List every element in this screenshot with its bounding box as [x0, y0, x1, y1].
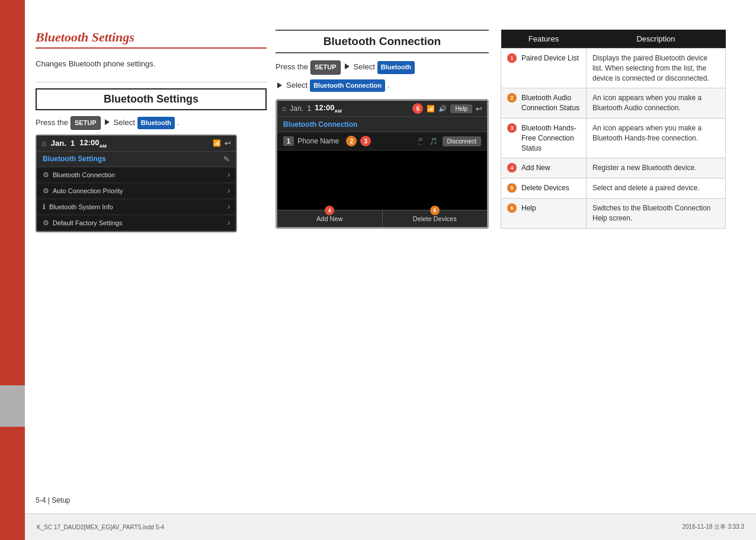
menu-label-2: Auto Connection Priority [53, 187, 123, 194]
conn-bottom-bar: 4 Add New 5 Delete Devices [277, 210, 487, 227]
left-instruction: Press the SETUP Select Bluetooth . [36, 116, 267, 130]
disconnect-button[interactable]: Disconnect [443, 136, 481, 146]
phone-icon-1: 📱 [417, 138, 425, 145]
feature-text-4: Add New [521, 163, 550, 173]
mid-select-text: Select [354, 61, 375, 74]
right-column: Features Description 1 Paired Device Lis… [501, 30, 726, 229]
left-description: Changes Bluetooth phone settings. [36, 58, 267, 70]
footer: 5-4 | Setup [36, 496, 71, 504]
mid-triangle-icon [345, 63, 350, 69]
features-header: Features [501, 30, 587, 49]
table-row-3: 3 Bluetooth Hands-Free Connection Status… [501, 118, 726, 158]
menu-arrow-4: › [228, 219, 230, 227]
mid-press-text: Press the [276, 61, 308, 74]
feature-text-2: Bluetooth Audio Connection Status [521, 93, 580, 113]
menu-arrow-1: › [228, 171, 230, 179]
conn-phone-row: 1 Phone Name 2 3 📱 🎵 Disconnect [277, 132, 487, 151]
feature-content-3: 3 Bluetooth Hands-Free Connection Status [507, 123, 580, 153]
settings-screen: ⌂ Jan. 1 12:00AM 📶 ↩ Bluetooth Settings … [36, 135, 237, 232]
mid-setup-key: SETUP [310, 60, 341, 75]
add-new-label: Add New [316, 215, 343, 222]
screen-title-label: Bluetooth Settings [43, 155, 106, 163]
screen-date: Jan. 1 [51, 139, 75, 148]
menu-item-left-3: ℹ Bluetooth System Info [43, 203, 113, 211]
mid-instruction-1: Press the SETUP Select Bluetooth [276, 60, 489, 75]
screen-icons: 📶 ↩ [213, 139, 231, 148]
num-badge-5: 5 [507, 183, 517, 193]
features-table: Features Description 1 Paired Device Lis… [501, 30, 726, 229]
conn-back-icon: ↩ [476, 104, 482, 113]
badge-3: 3 [360, 136, 371, 146]
phone-icon-2: 🎵 [430, 138, 438, 145]
menu-item-bt-info[interactable]: ℹ Bluetooth System Info › [37, 199, 236, 215]
desc-text-6: Switches to the Bluetooth Connection Hel… [592, 204, 710, 222]
menu-arrow-2: › [228, 187, 230, 195]
screen-title-row: Bluetooth Settings ✎ [37, 152, 236, 167]
mid-select2-text: Select [286, 79, 307, 92]
mid-section-title: Bluetooth Connection [276, 30, 489, 53]
screen-header: ⌂ Jan. 1 12:00AM 📶 ↩ [37, 136, 236, 152]
table-row-6: 6 Help Switches to the Bluetooth Connect… [501, 198, 726, 228]
footer-text: 5-4 | Setup [36, 496, 71, 504]
desc-cell-1: Displays the paired Bluetooth device lis… [587, 49, 726, 88]
feature-content-2: 2 Bluetooth Audio Connection Status [507, 93, 580, 113]
bottom-left-text: K_SC 17_DAUD2[MEX_EG]AV_PART5.indd 5-4 [37, 524, 164, 531]
select-text: Select [114, 117, 135, 129]
mid-btconn-badge: Bluetooth Connection [310, 79, 385, 92]
phone-badge-1: 1 [283, 136, 294, 146]
conn-home-icon: ⌂ [282, 104, 286, 113]
left-section-title: Bluetooth Settings [36, 30, 267, 49]
desc-text-4: Register a new Bluetooth device. [592, 164, 696, 172]
feature-cell-5: 5 Delete Devices [501, 178, 587, 199]
mid-key-arrow [343, 61, 351, 74]
add-new-button[interactable]: 4 Add New [277, 210, 383, 227]
feature-cell-3: 3 Bluetooth Hands-Free Connection Status [501, 118, 587, 158]
triangle-icon [105, 119, 110, 125]
phone-row-right: 📱 🎵 Disconnect [417, 136, 481, 146]
menu-item-auto-conn[interactable]: ⚙ Auto Connection Priority › [37, 183, 236, 199]
key-arrow [103, 117, 111, 129]
feature-cell-1: 1 Paired Device List [501, 49, 587, 88]
num-badge-6: 6 [507, 203, 517, 213]
home-icon: ⌂ [41, 139, 46, 148]
desc-text-1: Displays the paired Bluetooth device lis… [592, 54, 709, 82]
conn-date: Jan. 1 [290, 104, 311, 113]
menu-item-bt-connection[interactable]: ⚙ Bluetooth Connection › [37, 167, 236, 183]
desc-text-2: An icon appears when you make a Bluetoot… [592, 94, 701, 112]
left-sidebar-mid [0, 385, 25, 427]
help-button[interactable]: Help [450, 104, 472, 113]
divider [36, 82, 267, 82]
desc-cell-5: Select and delete a paired device. [587, 178, 726, 199]
mid-triangle-2 [277, 82, 282, 88]
press-text: Press the [36, 117, 68, 129]
left-column: Bluetooth Settings Changes Bluetooth pho… [36, 30, 267, 232]
mid-instruction-2: Select Bluetooth Connection . [276, 79, 489, 92]
menu-label-4: Default Factory Settings [53, 219, 122, 226]
feature-cell-2: 2 Bluetooth Audio Connection Status [501, 88, 587, 119]
add-new-badge: 4 [325, 206, 334, 215]
back-icon: ↩ [225, 139, 231, 148]
signal-icon: 📶 [213, 139, 221, 147]
feature-content-5: 5 Delete Devices [507, 183, 580, 193]
conn-title-row: Bluetooth Connection [277, 117, 487, 132]
menu-arrow-3: › [228, 203, 230, 211]
menu-icon-1: ⚙ [43, 171, 49, 179]
delete-devices-button[interactable]: 5 Delete Devices [383, 210, 488, 227]
phone-name-label: Phone Name [297, 137, 339, 145]
mid-period: . [387, 79, 390, 92]
menu-icon-2: ⚙ [43, 187, 49, 195]
menu-label-1: Bluetooth Connection [53, 171, 115, 178]
desc-text-3: An icon appears when you make a Bluetoot… [592, 124, 701, 142]
menu-icon-3: ℹ [43, 203, 46, 211]
screen-time: 12:00AM [79, 138, 107, 149]
num-badge-2: 2 [507, 93, 517, 103]
conn-black-area [277, 151, 487, 210]
feature-text-3: Bluetooth Hands-Free Connection Status [521, 123, 580, 153]
menu-item-left-1: ⚙ Bluetooth Connection [43, 171, 115, 179]
left-sidebar-bottom [0, 427, 25, 540]
bluetooth-badge: Bluetooth [137, 117, 175, 130]
conn-header-left: ⌂ Jan. 1 12:00AM [282, 103, 342, 114]
num-badge-4: 4 [507, 163, 517, 172]
menu-icon-4: ⚙ [43, 219, 49, 227]
menu-item-factory[interactable]: ⚙ Default Factory Settings › [37, 215, 236, 231]
